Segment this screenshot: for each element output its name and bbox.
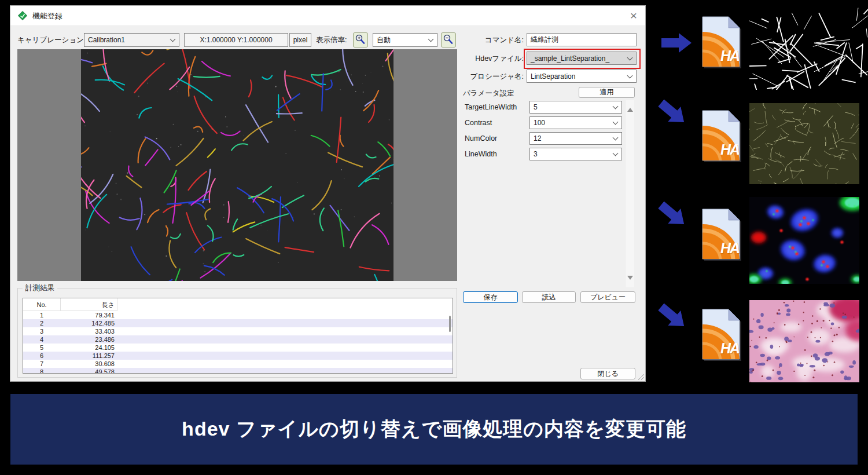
cell-length: 33.403 — [60, 327, 117, 335]
table-scrollbar-thumb[interactable] — [449, 316, 451, 332]
title-bar: 機能登録 × — [10, 6, 645, 26]
cell-no: 4 — [23, 335, 60, 344]
resize-grip[interactable] — [637, 372, 644, 380]
param-select-targetlinewidth[interactable]: 5 — [529, 101, 622, 114]
parameter-settings-label: パラメータ設定 — [463, 89, 514, 98]
zoom-ratio-label: 表示倍率: — [316, 35, 347, 45]
param-name-linewidth: LineWidth — [465, 150, 497, 158]
save-button[interactable]: 保存 — [463, 291, 518, 303]
flow-arrow-icon — [654, 94, 692, 131]
function-registration-dialog: 機能登録 × キャリブレーション: Calibration1 X:1.00000… — [10, 6, 645, 381]
results-table[interactable]: No.長さ 179.3412142.485333.403423.486524.1… — [23, 298, 453, 374]
close-dialog-button[interactable]: 閉じる — [580, 368, 635, 379]
apply-button[interactable]: 適用 — [579, 87, 635, 98]
unit-display: pixel — [289, 33, 311, 47]
table-row[interactable]: 423.486 — [23, 335, 453, 344]
cell-no: 8 — [23, 368, 60, 374]
table-row[interactable]: 2142.485 — [23, 319, 453, 327]
table-row[interactable]: 333.403 — [23, 327, 453, 335]
chevron-down-icon — [627, 72, 633, 78]
results-group-label: 計測結果 — [23, 283, 57, 293]
cell-no: 6 — [23, 352, 60, 360]
calibration-value: Calibration1 — [88, 36, 125, 44]
zoom-mode-select[interactable]: 自動 — [373, 33, 437, 47]
calibration-select[interactable]: Calibration1 — [84, 33, 179, 47]
caption-text: hdev ファイルの切り替えで画像処理の内容を変更可能 — [182, 416, 686, 443]
cell-length: 49.578 — [60, 368, 117, 374]
procedure-select[interactable]: LintSeparation — [527, 70, 637, 83]
thumbnail-fiber-photo — [749, 103, 859, 184]
chevron-down-icon — [613, 151, 619, 156]
chevron-down-icon — [613, 135, 619, 141]
ha-file-icon: HA — [702, 16, 741, 68]
table-row[interactable]: 6111.257 — [23, 352, 453, 360]
table-row[interactable]: 179.341 — [23, 311, 453, 319]
coordinate-display: X:1.000000 Y:1.000000 — [184, 33, 288, 47]
param-name-targetlinewidth: TargetLineWidth — [465, 103, 517, 111]
app-icon — [18, 11, 27, 20]
param-value: 12 — [534, 134, 541, 142]
hdev-file-select[interactable]: _sample_LintSeparation_ — [527, 52, 637, 65]
table-row[interactable]: 524.105 — [23, 344, 453, 352]
cell-length: 142.485 — [60, 319, 117, 327]
load-button[interactable]: 読込 — [522, 291, 576, 303]
procedure-name-label: プロシージャ名: — [440, 72, 524, 82]
ha-file-icon-label: HA — [720, 340, 739, 357]
ha-file-icon: HA — [702, 110, 741, 162]
cell-length: 111.257 — [60, 352, 117, 360]
column-header[interactable]: 長さ — [61, 298, 117, 311]
cell-no: 2 — [23, 319, 60, 327]
zoom-out-icon — [442, 33, 455, 47]
flow-arrow-icon — [654, 298, 692, 335]
param-value: 5 — [534, 103, 538, 111]
scroll-down-icon[interactable] — [627, 276, 633, 280]
table-row[interactable]: 730.608 — [23, 360, 453, 368]
coordinate-value: X:1.000000 Y:1.000000 — [200, 36, 272, 44]
command-name-input[interactable]: 繊維計測 — [527, 33, 637, 46]
image-viewer[interactable] — [17, 49, 457, 281]
chevron-down-icon — [627, 54, 633, 60]
unit-value: pixel — [293, 36, 308, 44]
ha-file-icon-label: HA — [720, 141, 739, 158]
params-scrollbar[interactable] — [625, 100, 634, 287]
screenshot-root: 機能登録 × キャリブレーション: Calibration1 X:1.00000… — [0, 0, 868, 475]
procedure-value: LintSeparation — [531, 72, 575, 81]
chevron-down-icon — [613, 104, 619, 109]
thumbnail-fluorescence — [749, 197, 859, 284]
chevron-down-icon — [170, 36, 176, 42]
ha-file-icon: HA — [702, 209, 741, 261]
flow-arrow-icon — [661, 32, 693, 54]
chevron-down-icon — [613, 119, 619, 125]
cell-no: 5 — [23, 344, 60, 352]
zoom-in-button[interactable] — [353, 32, 368, 48]
calibration-label: キャリブレーション: — [17, 35, 86, 45]
zoom-in-icon — [354, 33, 367, 47]
command-name-value: 繊維計測 — [531, 35, 558, 45]
param-name-numcolor: NumColor — [465, 134, 497, 142]
hdev-file-value: _sample_LintSeparation_ — [531, 54, 609, 63]
close-icon[interactable]: × — [630, 7, 637, 24]
param-select-contrast[interactable]: 100 — [529, 116, 622, 129]
cell-no: 7 — [23, 360, 60, 368]
cell-no: 3 — [23, 327, 60, 335]
param-value: 3 — [534, 150, 538, 158]
scroll-up-icon[interactable] — [627, 108, 633, 112]
cell-length: 24.105 — [60, 344, 117, 352]
param-value: 100 — [534, 119, 545, 127]
preview-button[interactable]: プレビュー — [580, 291, 635, 303]
param-select-linewidth[interactable]: 3 — [529, 148, 622, 160]
column-header[interactable]: No. — [23, 298, 61, 311]
window-title: 機能登録 — [32, 11, 62, 21]
zoom-out-button[interactable] — [441, 32, 456, 48]
cell-no: 1 — [23, 311, 60, 319]
param-name-contrast: Contrast — [465, 119, 492, 127]
ha-file-icon: HA — [702, 309, 741, 361]
zoom-mode-value: 自動 — [377, 35, 391, 45]
ha-file-icon-label: HA — [720, 48, 739, 64]
param-select-numcolor[interactable]: 12 — [529, 132, 622, 145]
thumbnail-binary-lines — [749, 7, 868, 90]
chevron-down-icon — [428, 36, 434, 42]
command-name-label: コマンド名: — [457, 35, 524, 45]
caption-banner: hdev ファイルの切り替えで画像処理の内容を変更可能 — [10, 394, 858, 465]
table-row[interactable]: 849.578 — [23, 368, 453, 374]
